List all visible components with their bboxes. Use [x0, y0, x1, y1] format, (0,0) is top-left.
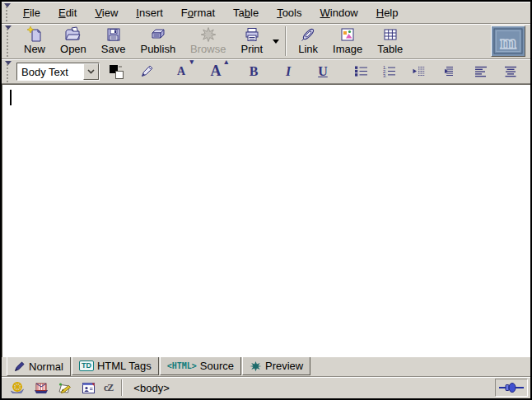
new-page-icon — [26, 26, 44, 43]
html-source-icon: <HTML> — [167, 361, 197, 370]
toolbar-separator — [285, 26, 287, 56]
save-floppy-icon — [105, 26, 122, 43]
menubar: File Edit View Insert Format Table Tools… — [2, 2, 530, 24]
table-button[interactable]: Table — [371, 25, 409, 58]
tab-normal[interactable]: Normal — [7, 357, 71, 376]
publish-button[interactable]: Publish — [133, 25, 182, 58]
statusbar: cZ <body> — [2, 377, 530, 398]
tab-html-tags-label: HTML Tags — [97, 360, 152, 372]
align-center-icon — [504, 65, 517, 77]
combo-dropdown-button[interactable] — [83, 63, 99, 80]
font-letter: A — [177, 65, 185, 78]
link-button[interactable]: Link — [292, 25, 324, 58]
link-button-label: Link — [298, 43, 318, 55]
browse-button-label: Browse — [190, 43, 226, 55]
marker-pen-icon — [139, 63, 155, 79]
outdent-button[interactable] — [410, 62, 427, 81]
menu-edit-label: Edit — [58, 7, 77, 19]
numbered-list-icon: 1.2.3. — [382, 65, 396, 77]
link-icon — [300, 26, 317, 43]
indent-icon — [440, 65, 454, 77]
tab-html-tags[interactable]: TD HTML Tags — [72, 357, 159, 375]
text-color-swatches-icon — [108, 63, 125, 80]
font-letter: A — [211, 63, 222, 80]
online-status-button[interactable] — [495, 379, 528, 397]
svg-text:m: m — [500, 31, 516, 53]
dropdown-arrow-icon — [273, 40, 279, 44]
editor-canvas[interactable] — [2, 84, 530, 357]
numbered-list-button[interactable]: 1.2.3. — [380, 62, 397, 81]
print-dropdown-arrow[interactable] — [270, 25, 281, 58]
mozilla-logo[interactable]: m — [491, 26, 525, 57]
table-button-label: Table — [377, 43, 403, 55]
bullet-list-icon — [354, 65, 368, 77]
plug-connected-icon — [499, 382, 524, 393]
mozilla-m-icon: m — [493, 28, 523, 54]
svg-text:3.: 3. — [383, 73, 387, 77]
menu-tools-label: Tools — [277, 7, 301, 19]
menu-edit[interactable]: Edit — [51, 3, 84, 22]
paragraph-style-select[interactable]: Body Text — [16, 63, 100, 81]
menu-view[interactable]: View — [87, 3, 125, 22]
arrow-down-icon: ▾ — [189, 58, 194, 66]
address-book-icon[interactable] — [81, 381, 96, 395]
print-button[interactable]: Print — [234, 25, 269, 58]
arrow-up-icon: ▴ — [224, 58, 228, 66]
menu-format-label: Format — [181, 7, 215, 19]
print-icon — [244, 26, 260, 43]
menu-window[interactable]: Window — [313, 3, 366, 22]
open-folder-icon — [64, 26, 82, 43]
bullet-list-button[interactable] — [352, 62, 369, 81]
menu-help[interactable]: Help — [369, 3, 406, 22]
edit-mode-tabbar: Normal TD HTML Tags <HTML> Source Previe… — [2, 357, 530, 377]
tab-source-label: Source — [200, 360, 234, 372]
bold-button[interactable]: B — [245, 62, 262, 81]
italic-button[interactable]: I — [280, 62, 296, 81]
text-caret — [10, 90, 12, 105]
menubar-grippy[interactable] — [4, 2, 12, 22]
save-button[interactable]: Save — [95, 25, 133, 58]
image-button-label: Image — [333, 43, 362, 55]
menu-tools[interactable]: Tools — [269, 3, 309, 22]
main-toolbar: New Open Save Publish Browse — [2, 24, 530, 59]
mail-icon[interactable] — [33, 381, 49, 395]
bold-label: B — [250, 64, 259, 79]
print-button-label: Print — [240, 43, 263, 55]
toolbar-grippy[interactable] — [5, 25, 13, 58]
open-button[interactable]: Open — [54, 25, 93, 58]
underline-button[interactable]: U — [315, 62, 331, 81]
menu-file[interactable]: File — [16, 3, 48, 22]
component-bar: cZ — [4, 379, 119, 396]
new-button[interactable]: New — [17, 25, 52, 58]
starburst-icon — [250, 360, 262, 372]
tab-source[interactable]: <HTML> Source — [160, 357, 241, 375]
navigator-icon[interactable] — [9, 381, 26, 395]
tab-normal-label: Normal — [29, 360, 63, 373]
align-left-button[interactable] — [473, 62, 489, 81]
menu-format[interactable]: Format — [174, 3, 222, 22]
highlight-color-button[interactable] — [138, 62, 155, 81]
underline-label: U — [318, 64, 328, 79]
browse-button: Browse — [184, 25, 232, 58]
outdent-icon — [412, 65, 426, 77]
align-center-button[interactable] — [502, 62, 519, 81]
tab-preview-label: Preview — [265, 360, 303, 372]
menu-table[interactable]: Table — [226, 3, 266, 22]
decrease-font-size-button[interactable]: A ▾ — [173, 62, 189, 81]
statusbar-separator — [121, 379, 123, 396]
text-color-picker[interactable] — [108, 62, 125, 81]
save-button-label: Save — [101, 43, 126, 55]
publish-icon — [149, 26, 167, 43]
format-toolbar: Body Text A ▾ A ▴ B I U 1.2.3. — [2, 59, 530, 84]
increase-font-size-button[interactable]: A ▴ — [208, 62, 224, 81]
align-left-icon — [474, 65, 488, 77]
paragraph-style-value: Body Text — [17, 63, 83, 80]
image-button[interactable]: Image — [326, 25, 369, 58]
browse-icon — [200, 26, 217, 43]
menu-insert[interactable]: Insert — [128, 3, 170, 22]
tab-preview[interactable]: Preview — [242, 357, 310, 375]
formatbar-grippy[interactable] — [5, 60, 13, 82]
chatzilla-icon[interactable]: cZ — [104, 382, 113, 394]
composer-icon[interactable] — [57, 381, 73, 395]
indent-button[interactable] — [438, 62, 455, 81]
